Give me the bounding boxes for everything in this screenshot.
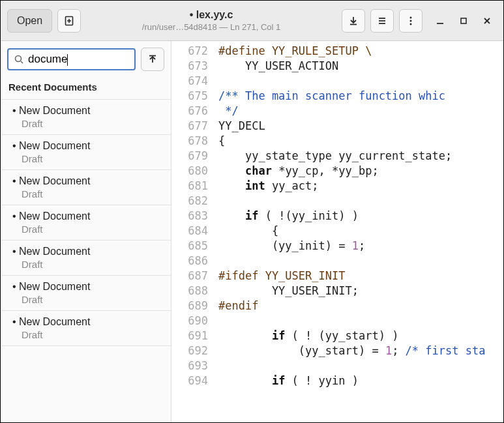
recent-document-title: New Document <box>12 175 163 187</box>
other-documents-button[interactable] <box>141 48 164 71</box>
code-line: */ <box>218 104 503 119</box>
code-line: YY_USER_ACTION <box>218 59 503 74</box>
code-line: { <box>218 224 503 239</box>
code-line: yy_state_type yy_current_state; <box>218 149 503 164</box>
code-line <box>218 314 503 328</box>
code-line: char *yy_cp, *yy_bp; <box>218 164 503 179</box>
code-line <box>218 194 503 209</box>
recent-document-item[interactable]: New DocumentDraft <box>1 205 171 240</box>
recent-document-subtitle: Draft <box>12 188 163 199</box>
hamburger-icon <box>377 16 387 26</box>
line-number-gutter: 6726736746756766776786796806816826836846… <box>171 41 215 422</box>
svg-point-9 <box>410 20 412 22</box>
svg-point-15 <box>16 56 22 62</box>
recent-document-title: New Document <box>12 316 163 328</box>
code-line: if ( ! yyin ) <box>218 373 503 388</box>
svg-point-8 <box>410 16 412 18</box>
document-title: • lex.yy.c <box>86 8 336 21</box>
code-line: if ( ! (yy_start) ) <box>218 328 503 343</box>
recent-document-subtitle: Draft <box>12 153 163 164</box>
new-tab-button[interactable] <box>57 9 81 33</box>
code-line: #endif <box>218 299 503 314</box>
line-number: 674 <box>171 74 208 89</box>
recent-document-subtitle: Draft <box>12 329 163 340</box>
recent-document-subtitle: Draft <box>12 118 163 129</box>
recent-documents-label: Recent Documents <box>1 78 171 99</box>
line-number: 690 <box>171 314 208 328</box>
line-number: 677 <box>171 119 208 134</box>
line-number: 686 <box>171 254 208 269</box>
line-number: 684 <box>171 224 208 239</box>
code-editor[interactable]: 6726736746756766776786796806816826836846… <box>171 41 503 422</box>
recent-document-item[interactable]: New DocumentDraft <box>1 169 171 205</box>
app-window: Open • lex.yy.c /run/user…54d8418 — Ln 2… <box>0 0 504 423</box>
code-line <box>218 254 503 269</box>
code-line <box>218 74 503 89</box>
search-input-text: docume <box>28 53 68 66</box>
line-number: 672 <box>171 44 208 59</box>
save-button[interactable] <box>342 9 365 33</box>
body: docume Recent Documents New DocumentDraf… <box>1 41 503 422</box>
recent-document-item[interactable]: New DocumentDraft <box>1 310 171 346</box>
recent-document-item[interactable]: New DocumentDraft <box>1 99 171 134</box>
line-number: 678 <box>171 134 208 149</box>
recent-document-title: New Document <box>12 211 163 222</box>
line-number: 689 <box>171 299 208 314</box>
recent-documents-list: New DocumentDraftNew DocumentDraftNew Do… <box>1 99 171 422</box>
save-icon <box>348 16 359 26</box>
recent-document-title: New Document <box>12 246 163 257</box>
kebab-icon <box>406 16 416 26</box>
code-line: { <box>218 134 503 149</box>
line-number: 682 <box>171 194 208 209</box>
code-line: int yy_act; <box>218 179 503 194</box>
line-number: 685 <box>171 239 208 254</box>
line-number: 694 <box>171 373 208 388</box>
recent-document-subtitle: Draft <box>12 294 163 305</box>
title-block: • lex.yy.c /run/user…54d8418 — Ln 271, C… <box>86 8 336 33</box>
code-line: /** The main scanner function whic <box>218 89 503 104</box>
open-button[interactable]: Open <box>7 9 52 33</box>
recent-document-item[interactable]: New DocumentDraft <box>1 275 171 310</box>
recent-document-item[interactable]: New DocumentDraft <box>1 134 171 169</box>
minimize-button[interactable] <box>434 15 446 27</box>
recent-document-title: New Document <box>12 140 163 152</box>
line-number: 680 <box>171 164 208 179</box>
document-subtitle: /run/user…54d8418 — Ln 271, Col 1 <box>86 22 336 33</box>
search-box[interactable]: docume <box>7 48 136 70</box>
line-number: 691 <box>171 328 208 343</box>
line-number: 675 <box>171 89 208 104</box>
kebab-button[interactable] <box>399 9 422 33</box>
svg-point-10 <box>410 23 412 25</box>
text-caret <box>67 54 68 66</box>
line-number: 688 <box>171 284 208 299</box>
line-number: 676 <box>171 104 208 119</box>
recent-document-title: New Document <box>12 281 163 293</box>
code-line: if ( !(yy_init) ) <box>218 209 503 224</box>
recent-document-item[interactable]: New DocumentDraft <box>1 240 171 275</box>
code-line: #ifdef YY_USER_INIT <box>218 269 503 284</box>
recent-document-subtitle: Draft <box>12 224 163 235</box>
hamburger-button[interactable] <box>370 9 394 33</box>
svg-line-16 <box>21 61 23 63</box>
code-line <box>218 358 503 373</box>
code-area[interactable]: #define YY_RULE_SETUP \ YY_USER_ACTION /… <box>215 41 503 422</box>
sidebar: docume Recent Documents New DocumentDraf… <box>1 41 171 422</box>
code-line: (yy_init) = 1; <box>218 239 503 254</box>
new-document-icon <box>64 16 74 26</box>
maximize-icon <box>458 16 469 26</box>
code-line: YY_DECL <box>218 119 503 134</box>
maximize-button[interactable] <box>458 15 469 27</box>
close-button[interactable] <box>481 15 493 27</box>
svg-rect-12 <box>461 18 466 23</box>
upload-icon <box>147 54 158 65</box>
line-number: 683 <box>171 209 208 224</box>
window-controls <box>434 15 493 27</box>
search-icon <box>14 54 24 65</box>
recent-document-subtitle: Draft <box>12 259 163 270</box>
minimize-icon <box>435 16 445 26</box>
line-number: 679 <box>171 149 208 164</box>
code-line: #define YY_RULE_SETUP \ <box>218 44 503 59</box>
recent-document-title: New Document <box>12 105 163 117</box>
code-line: YY_USER_INIT; <box>218 284 503 299</box>
close-icon <box>482 16 492 26</box>
